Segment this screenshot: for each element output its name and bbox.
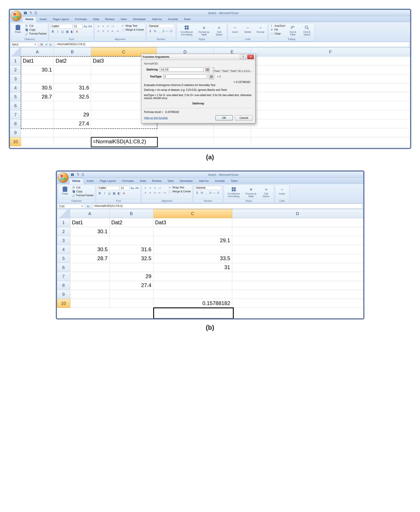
underline-icon[interactable]: U [107,191,112,195]
select-all-corner[interactable] [57,209,70,218]
cell-D10[interactable] [232,299,363,308]
select-all-corner[interactable] [10,47,21,56]
merge-center-button[interactable]: ⬚Merge & Center [168,190,191,193]
cell-B9[interactable] [109,290,153,299]
col-header-A[interactable]: A [70,209,109,218]
clear-button[interactable]: ◌Clear [270,32,285,36]
font-size-select[interactable] [120,186,130,190]
cell-B4[interactable]: 31.6 [54,83,91,92]
ribbon-tab-acrobat[interactable]: Acrobat [212,178,228,184]
ribbon-tab-data[interactable]: Data [137,178,149,184]
cell-B2[interactable] [109,227,153,236]
cell-B3[interactable] [109,236,153,245]
ribbon-tab-insert[interactable]: Insert [84,178,97,184]
font-name-select[interactable] [98,186,120,190]
italic-icon[interactable]: I [102,191,107,195]
format-as-table-button[interactable]: ▦Format as Table [196,24,211,36]
row-header-3[interactable]: 3 [57,236,70,245]
fx-icon[interactable] [87,204,91,208]
col-header-A[interactable]: A [21,47,54,56]
insert-cells-button[interactable]: ▭Insert [277,186,288,195]
align-left-icon[interactable]: ≡ [143,191,148,195]
bold-icon[interactable]: B [98,191,102,195]
cell-D8[interactable] [232,281,363,290]
number-format-select[interactable] [148,24,174,28]
cell-A3[interactable] [21,74,54,83]
cell-A10[interactable] [70,299,109,308]
undo-icon[interactable] [29,11,33,15]
cell-A5[interactable]: 28.7 [21,92,54,101]
cell-A3[interactable] [70,236,109,245]
cell-C5[interactable]: 33.5 [153,254,232,263]
chevron-down-icon[interactable]: ▼ [81,205,83,208]
row-header-6[interactable]: 6 [57,263,70,272]
cell-F8[interactable] [251,119,410,128]
autosum-button[interactable]: AutoSum [270,24,285,28]
cell-B3[interactable] [54,74,91,83]
conditional-formatting-button[interactable]: Conditional Formatting [178,24,195,36]
arg1-input[interactable] [160,67,203,72]
cell-B10[interactable] [109,299,153,308]
office-button[interactable] [58,172,68,183]
cell-E9[interactable] [214,128,251,137]
worksheet-grid[interactable]: A B C D E F 1 Dat1 Dat2 Dat3 2 30.1 3 29… [10,47,410,148]
cell-D1[interactable] [232,218,363,227]
cell-C8[interactable] [153,281,232,290]
row-header-2[interactable]: 2 [57,227,70,236]
cell-D4[interactable] [232,245,363,254]
cell-F9[interactable] [251,128,410,137]
cell-B6[interactable] [54,101,91,110]
wrap-text-button[interactable]: ↩Wrap Text [168,186,191,189]
currency-icon[interactable]: $ [195,191,199,195]
paste-button[interactable]: Paste [12,24,24,34]
decrease-indent-icon[interactable]: ⇤ [158,191,162,195]
formula-input[interactable]: =NormalKSD(A1:C8,2) [92,203,362,209]
paste-button[interactable]: Paste [59,186,71,195]
chevron-down-icon[interactable]: ▼ [34,43,36,46]
format-painter-button[interactable]: Format Painter [72,194,94,197]
copy-button[interactable]: Copy [25,28,47,31]
dialog-help-button[interactable]: ? [240,55,247,59]
row-header-8[interactable]: 8 [57,281,70,290]
fill-color-icon[interactable]: ◧ [70,29,74,34]
function-arguments-dialog[interactable]: Function Arguments ? ✕ NormalKSD DatArra… [141,54,255,123]
font-size-select[interactable] [73,24,82,29]
cell-B1[interactable]: Dat2 [54,56,91,66]
row-header-10[interactable]: 10 [10,137,21,146]
cell-F7[interactable] [251,110,410,119]
align-top-icon[interactable]: ≡ [96,24,100,29]
cell-A5[interactable]: 28.7 [70,254,109,263]
cell-D9[interactable] [232,290,363,299]
font-color-icon[interactable]: A [122,191,126,195]
cell-B5[interactable]: 32.5 [109,254,153,263]
cell-B7[interactable]: 29 [109,272,153,281]
cell-D7[interactable] [232,272,363,281]
ribbon-tab-addins[interactable]: Add-Ins [149,16,165,22]
cell-C1[interactable]: Dat3 [153,218,232,227]
increase-indent-icon[interactable]: ⇥ [162,191,167,195]
decrease-decimal-icon[interactable]: ←.0 [167,29,172,33]
ribbon-tab-page-layout[interactable]: Page Layout [50,16,72,22]
cell-F10[interactable] [251,137,410,146]
find-select-button[interactable]: Find & Select [300,24,313,36]
row-header-6[interactable]: 6 [10,101,21,110]
orientation-icon[interactable]: ⭯ [158,186,162,190]
ribbon-tab-team[interactable]: Team [228,178,241,184]
cell-F3[interactable] [251,74,410,83]
name-box[interactable]: C10 ▼ [58,204,85,208]
format-cells-button[interactable]: ▭Format [255,24,266,34]
ribbon-tab-home[interactable]: Home [69,178,84,184]
cell-B1[interactable]: Dat2 [109,218,153,227]
ribbon-tab-acrobat[interactable]: Acrobat [165,16,181,22]
cell-A4[interactable]: 30.5 [70,245,109,254]
cell-D2[interactable] [232,227,363,236]
border-icon[interactable]: ▦ [112,191,116,195]
cell-A2[interactable]: 30.1 [70,227,109,236]
cell-C6[interactable]: 31 [153,263,232,272]
cell-E10[interactable] [214,137,251,146]
number-format-select[interactable] [195,186,221,190]
cell-A2[interactable]: 30.1 [21,66,54,74]
arg2-ref-button[interactable] [209,74,214,79]
enter-formula-icon[interactable] [45,43,48,46]
col-header-F[interactable]: F [251,47,410,56]
